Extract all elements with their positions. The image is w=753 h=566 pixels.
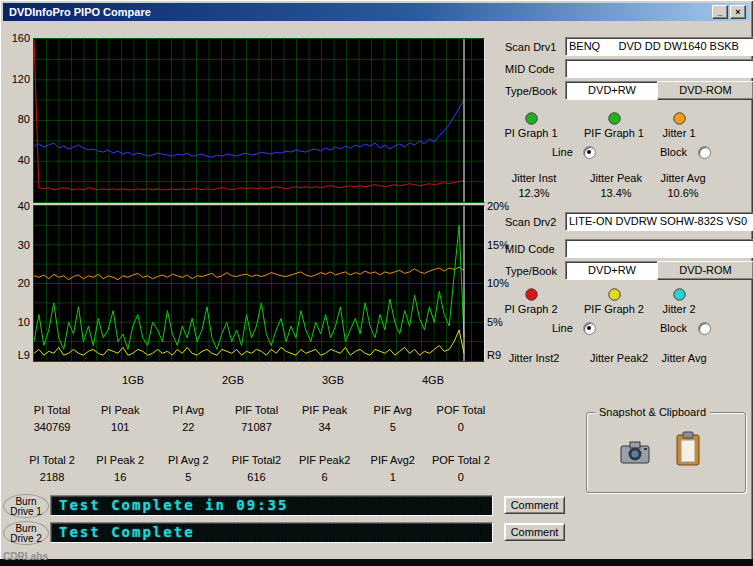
minimize-button[interactable]: _ xyxy=(712,5,728,19)
stat-label: PIF Total xyxy=(222,404,290,416)
snapshot-group-title: Snapshot & Clipboard xyxy=(595,406,710,418)
stat-value: 101 xyxy=(86,421,154,433)
title-bar[interactable]: DVDInfoPro PIPO Compare _ × xyxy=(3,3,750,21)
stat-value: 22 xyxy=(154,421,222,433)
stat-pif-peak: PIF Peak34 xyxy=(291,404,359,433)
jitter-inst2-label: Jitter Inst2 xyxy=(496,352,572,364)
stat-label: POF Total 2 xyxy=(427,454,495,466)
pi-graph1-legend: PI Graph 1 xyxy=(499,112,563,139)
clipboard-icon xyxy=(675,431,701,467)
stat-label: PI Avg 2 xyxy=(154,454,222,466)
stat-pif-total-2: PIF Total2616 xyxy=(222,454,290,483)
stat-label: POF Total xyxy=(427,404,495,416)
y-axis-label: 20 xyxy=(4,277,30,289)
pif-graph2-legend: PIF Graph 2 xyxy=(577,288,651,315)
stat-pi-avg: PI Avg22 xyxy=(154,404,222,433)
stat-pif-avg-2: PIF Avg21 xyxy=(359,454,427,483)
book-type2-field[interactable]: DVD-ROM xyxy=(657,261,753,280)
stat-pi-avg-2: PI Avg 25 xyxy=(154,454,222,483)
burn-label-line2: Drive 1 xyxy=(10,506,42,517)
stat-value: 5 xyxy=(359,421,427,433)
y-axis-label: 10 xyxy=(4,316,30,328)
legend-label: PI Graph 1 xyxy=(499,127,563,139)
jitter-peak1-value: 13.4% xyxy=(577,187,655,199)
disc-type1-field[interactable]: DVD+RW xyxy=(565,81,659,100)
comment-button-2[interactable]: Comment xyxy=(504,523,565,541)
stat-value: 616 xyxy=(222,471,290,483)
pi-errors-chart[interactable] xyxy=(33,38,485,203)
x-axis-label: 4GB xyxy=(413,374,453,386)
stat-value: 71087 xyxy=(222,421,290,433)
jitter-inst1-value: 12.3% xyxy=(499,187,569,199)
pif-graph2-indicator-icon xyxy=(608,288,621,301)
jitter-avg1-label: Jitter Avg xyxy=(649,172,717,184)
line-radio-2[interactable] xyxy=(583,322,596,335)
right-axis-label: 5% xyxy=(487,316,521,328)
stat-pif-total: PIF Total71087 xyxy=(222,404,290,433)
bottom-bar xyxy=(0,559,753,566)
mid-code2-label: MID Code xyxy=(505,243,555,255)
stat-pi-peak: PI Peak101 xyxy=(86,404,154,433)
scan-drv1-field[interactable]: BENQ DVD DD DW1640 BSKB xyxy=(565,37,753,56)
stat-pif-peak-2: PIF Peak26 xyxy=(291,454,359,483)
comment-button-1[interactable]: Comment xyxy=(504,496,565,514)
burn-drive2-label: Burn Drive 2 xyxy=(3,521,49,545)
mid-code1-label: MID Code xyxy=(505,63,555,75)
pi-graph1-indicator-icon xyxy=(525,112,538,125)
clipboard-button[interactable] xyxy=(675,431,701,469)
legend-label: PIF Graph 1 xyxy=(577,127,651,139)
scan-drv1-label: Scan Drv1 xyxy=(505,41,556,53)
stats-row-2: PI Total 22188 PI Peak 216 PI Avg 25 PIF… xyxy=(18,454,495,483)
snapshot-camera-button[interactable] xyxy=(619,439,651,467)
stat-value: 34 xyxy=(291,421,359,433)
jitter-avg2-label: Jitter Avg xyxy=(652,352,716,364)
pif-graph1-legend: PIF Graph 1 xyxy=(577,112,651,139)
stat-value: 1 xyxy=(359,471,427,483)
stat-value: 340769 xyxy=(18,421,86,433)
stats-row-1: PI Total340769 PI Peak101 PI Avg22 PIF T… xyxy=(18,404,495,433)
camera-icon xyxy=(619,439,651,465)
jitter-peak1-label: Jitter Peak xyxy=(577,172,655,184)
line-label-1: Line xyxy=(552,146,573,158)
watermark: CDRLabs xyxy=(3,551,48,562)
disc-type2-field[interactable]: DVD+RW xyxy=(565,261,659,280)
stat-label: PI Avg xyxy=(154,404,222,416)
app-window: DVDInfoPro PIPO Compare _ × 160 120 80 4… xyxy=(0,0,753,566)
pi-graph2-legend: PI Graph 2 xyxy=(499,288,563,315)
y-axis-label: 40 xyxy=(4,200,30,212)
pif-graph1-indicator-icon xyxy=(608,112,621,125)
mid-code2-field[interactable] xyxy=(565,239,753,258)
block-radio-1[interactable] xyxy=(698,146,711,159)
y-axis-label: 160 xyxy=(4,32,30,44)
block-radio-2[interactable] xyxy=(698,322,711,335)
close-button[interactable]: × xyxy=(730,5,746,19)
book-type1-field[interactable]: DVD-ROM xyxy=(657,81,753,100)
jitter-inst1-label: Jitter Inst xyxy=(499,172,569,184)
stat-pi-total-2: PI Total 22188 xyxy=(18,454,86,483)
stat-pof-total-2: POF Total 20 xyxy=(427,454,495,483)
pi-graph2-indicator-icon xyxy=(525,288,538,301)
pif-jitter-chart[interactable] xyxy=(33,205,485,362)
line-radio-1[interactable] xyxy=(583,146,596,159)
y-axis-label: 80 xyxy=(4,113,30,125)
titlebar-buttons: _ × xyxy=(710,5,746,19)
right-axis-label: 20% xyxy=(487,200,521,212)
stat-pof-total: POF Total0 xyxy=(427,404,495,433)
stat-value: 0 xyxy=(427,421,495,433)
scan-drv2-field[interactable]: LITE-ON DVDRW SOHW-832S VS0 xyxy=(565,212,753,231)
legend-label: Jitter 2 xyxy=(649,303,709,315)
stat-value: 16 xyxy=(86,471,154,483)
legend-label: PIF Graph 2 xyxy=(577,303,651,315)
stat-label: PI Peak xyxy=(86,404,154,416)
axis-corner-label-left: L9 xyxy=(4,349,30,361)
x-axis-label: 2GB xyxy=(213,374,253,386)
y-axis-label: 120 xyxy=(4,73,30,85)
stat-value: 6 xyxy=(291,471,359,483)
window-title: DVDInfoPro PIPO Compare xyxy=(9,6,151,18)
type-book2-label: Type/Book xyxy=(505,265,557,277)
mid-code1-field[interactable] xyxy=(565,59,753,78)
stat-value: 2188 xyxy=(18,471,86,483)
stat-label: PI Total 2 xyxy=(18,454,86,466)
jitter-avg1-value: 10.6% xyxy=(649,187,717,199)
line-label-2: Line xyxy=(552,322,573,334)
